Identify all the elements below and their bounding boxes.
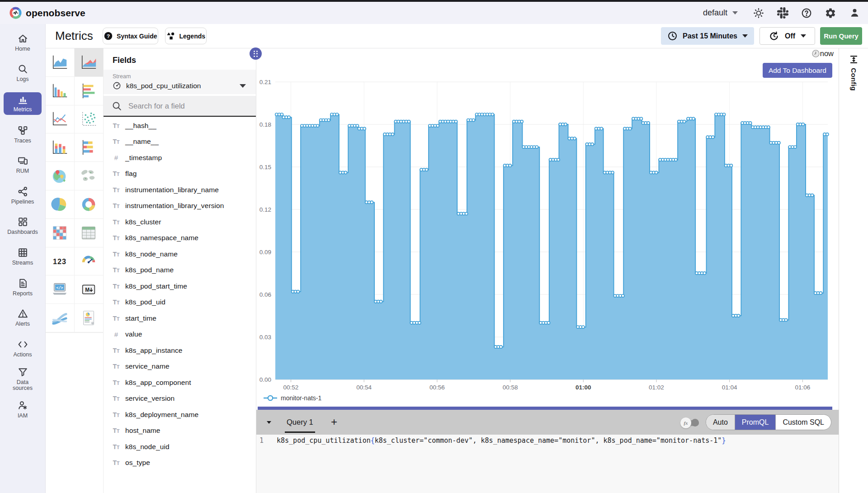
sidebar-item-rum[interactable]: RUM <box>0 149 45 180</box>
sidebar-item-actions[interactable]: Actions <box>0 333 45 364</box>
field-item-os_type[interactable]: TTos_type <box>104 455 256 471</box>
run-query-button[interactable]: Run Query <box>820 27 862 45</box>
text-field-icon: TT <box>111 427 121 434</box>
chart-type-markdown-chart[interactable]: M <box>75 275 104 304</box>
syntax-guide-button[interactable]: ? Syntax Guide <box>103 28 158 44</box>
field-item-service_name[interactable]: TTservice_name <box>104 359 256 375</box>
sidebar-item-pipelines[interactable]: Pipelines <box>0 180 45 211</box>
funnel-icon <box>17 366 28 378</box>
text-field-icon: TT <box>111 411 121 418</box>
chart-type-table-chart[interactable] <box>75 219 104 247</box>
add-query-button[interactable]: + <box>331 416 337 428</box>
config-sidebar[interactable]: Config <box>839 48 868 493</box>
field-item-instrumentation_library_name[interactable]: TTinstrumentation_library_name <box>104 182 256 198</box>
stream-select[interactable]: Stream k8s_pod_cpu_utilization <box>104 70 256 94</box>
sidebar-item-iam[interactable]: IAM <box>0 394 45 425</box>
text-field-icon: TT <box>111 283 121 290</box>
collapse-caret-icon[interactable] <box>267 421 271 424</box>
function-toggle[interactable]: fx <box>680 417 699 428</box>
table-chart-icon <box>79 224 98 242</box>
drag-handle-icon[interactable] <box>250 47 262 60</box>
chart-type-gauge-chart[interactable] <box>75 247 104 276</box>
sidebar-item-logs[interactable]: Logs <box>0 58 45 89</box>
page-header: Metrics ? Syntax Guide Legends Past 15 M… <box>46 24 868 48</box>
chart-type-area-chart[interactable] <box>46 48 75 77</box>
chart-type-stacked-bar-chart[interactable] <box>46 133 75 162</box>
theme-toggle-icon[interactable] <box>753 7 764 19</box>
field-item-service_version[interactable]: TTservice_version <box>104 391 256 407</box>
chart-type-bar-chart[interactable] <box>46 77 75 105</box>
settings-gear-icon[interactable] <box>825 7 836 19</box>
chart-type-metric-text-chart[interactable]: 123 <box>46 247 75 276</box>
chart-type-sankey-chart[interactable] <box>46 304 75 332</box>
sidebar-item-data-sources[interactable]: Datasources <box>0 364 45 394</box>
sidebar-item-home[interactable]: Home <box>0 27 45 58</box>
query-tab[interactable]: Query 1 <box>285 412 315 433</box>
field-item-_timestamp[interactable]: #_timestamp <box>104 150 256 166</box>
chart-type-area-stacked-chart[interactable] <box>75 48 104 77</box>
field-item-k8s_pod_uid[interactable]: TTk8s_pod_uid <box>104 294 256 311</box>
sidebar-item-traces[interactable]: Traces <box>0 119 45 150</box>
slack-icon[interactable] <box>777 7 788 19</box>
user-gear-icon <box>17 400 28 411</box>
field-item-host_name[interactable]: TThost_name <box>104 423 256 439</box>
page-title: Metrics <box>55 29 93 43</box>
horizontal-bar-chart-icon <box>79 82 98 100</box>
chart-type-heatmap-chart[interactable] <box>46 219 75 247</box>
horizontal-stacked-chart-icon <box>79 138 98 156</box>
field-item-k8s_namespace_name[interactable]: TTk8s_namespace_name <box>104 230 256 246</box>
field-item-instrumentation_library_version[interactable]: TTinstrumentation_library_version <box>104 198 256 214</box>
metrics-chart[interactable]: 00:5200:5400:5600:5801:0001:0201:0401:06… <box>256 48 839 407</box>
field-item-k8s_node_name[interactable]: TTk8s_node_name <box>104 246 256 262</box>
organization-select[interactable]: default <box>703 8 738 18</box>
field-item-__name__[interactable]: TT__name__ <box>104 134 256 150</box>
query-text[interactable]: k8s_pod_cpu_utilization{k8s_cluster="com… <box>277 436 726 493</box>
chart-type-donut-chart[interactable] <box>75 190 104 219</box>
sidebar-item-dashboards[interactable]: Dashboards <box>0 211 45 242</box>
sidebar-item-label: IAM <box>18 413 28 419</box>
chart-type-line-chart[interactable] <box>46 105 75 134</box>
chart-type-custom-chart[interactable] <box>75 304 104 332</box>
field-search-input[interactable]: Search for a field <box>104 96 256 117</box>
fields-panel-title: Fields <box>104 48 256 70</box>
time-range-select[interactable]: Past 15 Minutes <box>661 27 754 45</box>
help-icon[interactable] <box>801 7 812 19</box>
field-item-k8s_pod_start_time[interactable]: TTk8s_pod_start_time <box>104 278 256 294</box>
panel-splitter[interactable] <box>258 407 832 410</box>
field-item-start_time[interactable]: TTstart_time <box>104 310 256 327</box>
add-to-dashboard-button[interactable]: Add To Dashboard <box>763 63 832 78</box>
field-item-k8s_app_component[interactable]: TTk8s_app_component <box>104 374 256 391</box>
legends-button[interactable]: Legends <box>165 28 207 44</box>
text-field-icon: TT <box>111 459 121 466</box>
dashboard-icon <box>17 216 28 228</box>
sidebar-item-metrics[interactable]: Metrics <box>0 88 45 119</box>
chart-type-maps-chart[interactable] <box>75 162 104 190</box>
field-item-k8s_node_uid[interactable]: TTk8s_node_uid <box>104 439 256 455</box>
chart-type-pie-chart[interactable] <box>46 190 75 219</box>
field-item-k8s_cluster[interactable]: TTk8s_cluster <box>104 214 256 230</box>
area-chart-icon <box>50 53 69 71</box>
chart-type-html-chart[interactable]: </> <box>46 275 75 304</box>
sidebar-item-reports[interactable]: Reports <box>0 272 45 303</box>
chart-type-horizontal-bar-chart[interactable] <box>75 77 104 105</box>
chart-type-horizontal-stacked-chart[interactable] <box>75 133 104 162</box>
sidebar-item-alerts[interactable]: Alerts <box>0 302 45 333</box>
query-mode-auto[interactable]: Auto <box>706 415 735 430</box>
chart-legend[interactable]: monitor-nats-1 <box>264 394 321 402</box>
query-mode-custom-sql[interactable]: Custom SQL <box>776 415 831 430</box>
auto-refresh-select[interactable]: Off <box>760 27 815 45</box>
chart-type-geomap-chart[interactable] <box>46 162 75 190</box>
field-name: service_name <box>125 362 170 370</box>
field-item-value[interactable]: #value <box>104 327 256 343</box>
chart-type-scatter-chart[interactable] <box>75 105 104 134</box>
query-mode-promql[interactable]: PromQL <box>735 415 776 430</box>
sidebar-item-streams[interactable]: Streams <box>0 241 45 272</box>
field-item-k8s_app_instance[interactable]: TTk8s_app_instance <box>104 342 256 359</box>
user-profile-icon[interactable] <box>849 7 860 19</box>
field-item-flag[interactable]: TTflag <box>104 166 256 182</box>
field-item-k8s_deployment_name[interactable]: TTk8s_deployment_name <box>104 407 256 423</box>
field-item-__hash__[interactable]: TT__hash__ <box>104 118 256 134</box>
html-chart-icon: </> <box>50 280 69 299</box>
field-item-k8s_pod_name[interactable]: TTk8s_pod_name <box>104 262 256 279</box>
query-editor[interactable]: 1 k8s_pod_cpu_utilization{k8s_cluster="c… <box>256 435 839 493</box>
